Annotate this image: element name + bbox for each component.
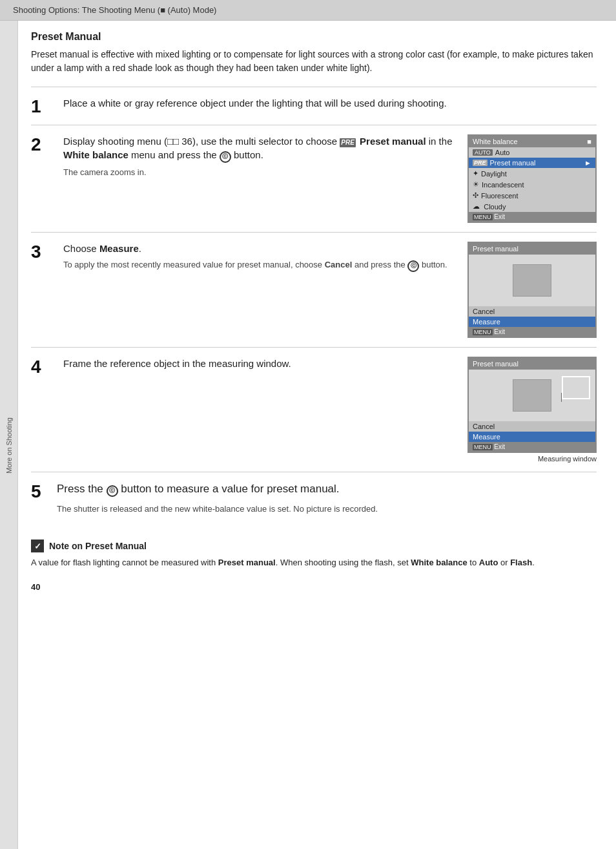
step-2-main-text: Display shooting menu (□□ 36), use the m…: [63, 134, 455, 163]
pm-footer-4: MENU Exit: [469, 442, 595, 452]
wb-item-fluorescent: ✣ Fluorescent: [469, 190, 595, 201]
step-2-sub-text: The camera zooms in.: [63, 167, 455, 178]
step-3-row: 3 Choose Measure. To apply the most rece…: [31, 232, 597, 347]
measuring-window-rect: [562, 376, 590, 399]
step-3-number: 3: [31, 242, 50, 338]
step-1-number: 1: [31, 96, 50, 116]
note-title: Note on Preset Manual: [49, 541, 147, 551]
step-3-image: Preset manual Cancel Measure MENU Exit: [467, 242, 597, 338]
wb-menu-footer: MENU Exit: [469, 212, 595, 222]
pm-measure-4: Measure: [469, 432, 595, 442]
pm-cancel-4: Cancel: [469, 421, 595, 432]
step-4-content: Frame the reference object in the measur…: [63, 357, 455, 463]
step-5-content: Press the ⓒ button to measure a value fo…: [57, 481, 597, 501]
pm-cancel-3: Cancel: [469, 306, 595, 317]
page-number: 40: [31, 582, 597, 592]
step-4-row: 4 Frame the reference object in the meas…: [31, 347, 597, 472]
step-2-number: 2: [31, 134, 50, 223]
preset-manual-screen-3: Preset manual Cancel Measure MENU Exit: [467, 242, 597, 338]
measuring-window-line: [561, 393, 562, 402]
step-2-row: 2 Display shooting menu (□□ 36), use the…: [31, 125, 597, 232]
step-4-main-text: Frame the reference object in the measur…: [63, 357, 455, 370]
sidebar: More on Shooting: [0, 21, 18, 849]
note-section: ✓ Note on Preset Manual A value for flas…: [31, 533, 597, 569]
measuring-window-label: Measuring window: [467, 455, 597, 463]
step-5-sub-text: The shutter is released and the new whit…: [57, 503, 597, 515]
wb-item-preset: PRE Preset manual ►: [469, 158, 595, 168]
section-title: Preset Manual: [31, 31, 597, 43]
note-text: A value for flash lighting cannot be mea…: [31, 556, 597, 569]
intro-text: Preset manual is effective with mixed li…: [31, 48, 597, 75]
wb-item-daylight: ✦ Daylight: [469, 168, 595, 179]
white-balance-menu: White balance ■ AUTO Auto PRE Preset man…: [467, 134, 597, 223]
note-header: ✓ Note on Preset Manual: [31, 540, 597, 552]
pm-title-4: Preset manual: [469, 358, 595, 370]
note-icon: ✓: [31, 540, 44, 552]
sidebar-label: More on Shooting: [5, 417, 13, 474]
step-5-main-text: Press the ⓒ button to measure a value fo…: [57, 481, 597, 497]
step-3-sub-text: To apply the most recently measured valu…: [63, 259, 455, 272]
header-title: Shooting Options: The Shooting Menu (■ (…: [13, 5, 216, 15]
step-5-main: 5 Press the ⓒ button to measure a value …: [31, 481, 597, 501]
step-5-number: 5: [31, 481, 50, 501]
step-5-row: 5 Press the ⓒ button to measure a value …: [31, 472, 597, 520]
wb-item-cloudy: ☁ Cloudy: [469, 201, 595, 212]
header-bar: Shooting Options: The Shooting Menu (■ (…: [0, 0, 616, 21]
step-2-content: Display shooting menu (□□ 36), use the m…: [63, 134, 455, 223]
pm-preview-box-4: [513, 379, 551, 412]
pm-title-3: Preset manual: [469, 243, 595, 255]
wb-item-auto: AUTO Auto: [469, 147, 595, 158]
pm-preview-3: [469, 255, 595, 306]
step-1-content: Place a white or gray reference object u…: [63, 96, 597, 116]
pm-preview-4: [469, 370, 595, 421]
wb-menu-title: White balance ■: [469, 136, 595, 147]
pm-preview-box-3: [513, 264, 551, 297]
wb-item-incandescent: ☀ Incandescent: [469, 179, 595, 190]
step-3-content: Choose Measure. To apply the most recent…: [63, 242, 455, 338]
pm-footer-3: MENU Exit: [469, 327, 595, 337]
step-3-main-text: Choose Measure.: [63, 242, 455, 255]
step-4-image: Preset manual Cancel Measure MENU Exit: [467, 357, 597, 463]
step-1-main-text: Place a white or gray reference object u…: [63, 96, 597, 110]
pm-measure-3: Measure: [469, 317, 595, 327]
step-2-image: White balance ■ AUTO Auto PRE Preset man…: [467, 134, 597, 223]
preset-manual-screen-4: Preset manual Cancel Measure MENU Exit: [467, 357, 597, 453]
step-1-row: 1 Place a white or gray reference object…: [31, 87, 597, 125]
step-4-number: 4: [31, 357, 50, 463]
